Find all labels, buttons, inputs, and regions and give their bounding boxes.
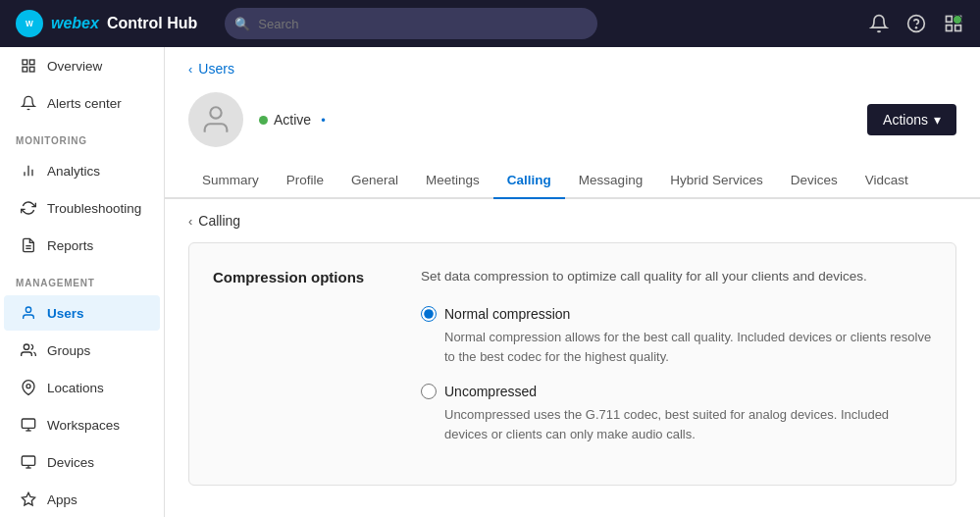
logo-text: webex <box>51 15 99 32</box>
sidebar-item-overview[interactable]: Overview <box>4 48 160 83</box>
avatar <box>188 92 243 147</box>
svg-rect-11 <box>29 67 34 72</box>
user-header: Active • Actions ▾ <box>165 84 980 163</box>
svg-rect-5 <box>955 17 961 23</box>
users-icon <box>20 304 37 322</box>
sidebar-label-apps: Apps <box>47 492 77 507</box>
actions-button-label: Actions <box>883 112 928 128</box>
analytics-icon <box>20 162 37 180</box>
main-layout: Overview Alerts center MONITORING Analyt… <box>0 47 980 517</box>
tab-messaging[interactable]: Messaging <box>565 163 656 199</box>
sidebar-item-devices[interactable]: Devices <box>4 444 160 480</box>
sidebar-item-alerts[interactable]: Alerts center <box>4 85 160 121</box>
compression-description: Set data compression to optimize call qu… <box>421 267 932 286</box>
radio-desc-normal: Normal compression allows for the best c… <box>444 328 932 366</box>
svg-rect-23 <box>22 456 34 465</box>
sub-breadcrumb[interactable]: ‹ Calling <box>165 199 980 238</box>
sidebar-label-users: Users <box>47 306 84 321</box>
status-text: Active <box>274 112 311 128</box>
app-logo: W webex Control Hub <box>16 10 197 37</box>
tab-summary[interactable]: Summary <box>188 163 273 199</box>
sidebar-item-workspaces[interactable]: Workspaces <box>4 407 160 442</box>
main-content: ‹ Users Active • Actions ▾ <box>165 47 980 517</box>
sidebar-label-reports: Reports <box>47 238 93 253</box>
radio-desc-uncompressed: Uncompressed uses the G.711 codec, best … <box>444 405 932 443</box>
overview-icon <box>20 57 37 75</box>
tab-meetings[interactable]: Meetings <box>412 163 493 199</box>
svg-rect-6 <box>947 26 953 31</box>
radio-option-normal: Normal compression Normal compression al… <box>421 306 932 366</box>
status-edit-icon[interactable]: • <box>321 113 326 128</box>
breadcrumb-arrow-icon: ‹ <box>188 62 192 77</box>
svg-point-18 <box>24 344 28 349</box>
sidebar-label-analytics: Analytics <box>47 164 100 179</box>
svg-rect-4 <box>947 17 953 23</box>
top-navigation: W webex Control Hub 🔍 <box>0 0 980 47</box>
tab-hybrid-services[interactable]: Hybrid Services <box>656 163 777 199</box>
tab-calling[interactable]: Calling <box>493 163 565 199</box>
sidebar-item-apps[interactable]: Apps <box>4 482 160 517</box>
sidebar-label-devices: Devices <box>47 455 94 470</box>
actions-chevron-icon: ▾ <box>934 112 941 128</box>
radio-normal[interactable] <box>421 306 437 322</box>
sidebar-item-troubleshooting[interactable]: Troubleshooting <box>4 190 160 226</box>
apps-icon[interactable] <box>943 13 964 34</box>
search-input[interactable] <box>225 8 597 39</box>
radio-option-uncompressed: Uncompressed Uncompressed uses the G.711… <box>421 384 932 443</box>
radio-uncompressed[interactable] <box>421 384 437 399</box>
sidebar-item-users[interactable]: Users <box>4 295 160 331</box>
sidebar-item-locations[interactable]: Locations <box>4 370 160 405</box>
locations-icon <box>20 379 37 396</box>
sidebar-item-analytics[interactable]: Analytics <box>4 153 160 188</box>
breadcrumb-parent-label: Users <box>198 61 234 77</box>
webex-logo-icon: W <box>16 10 43 37</box>
radio-label-normal: Normal compression <box>444 306 570 322</box>
tab-general[interactable]: General <box>337 163 412 199</box>
tab-bar: Summary Profile General Meetings Calling… <box>165 163 980 199</box>
svg-rect-7 <box>955 26 961 31</box>
user-status: Active • <box>259 112 326 128</box>
radio-label-uncompressed: Uncompressed <box>444 384 537 399</box>
sidebar-item-groups[interactable]: Groups <box>4 333 160 368</box>
svg-marker-26 <box>22 492 34 505</box>
alerts-icon <box>20 94 37 112</box>
radio-row-normal: Normal compression <box>421 306 932 322</box>
topnav-actions <box>868 13 964 34</box>
sidebar-label-alerts: Alerts center <box>47 96 122 111</box>
sidebar-label-overview: Overview <box>47 59 102 74</box>
svg-rect-9 <box>29 60 34 65</box>
workspaces-icon <box>20 416 37 434</box>
sidebar: Overview Alerts center MONITORING Analyt… <box>0 47 165 517</box>
svg-point-17 <box>26 307 30 312</box>
breadcrumb[interactable]: ‹ Users <box>165 47 980 84</box>
sidebar-item-reports[interactable]: Reports <box>4 228 160 263</box>
svg-rect-20 <box>22 419 34 428</box>
status-indicator <box>259 116 268 125</box>
tab-devices[interactable]: Devices <box>777 163 851 199</box>
compression-content: Set data compression to optimize call qu… <box>421 267 932 461</box>
svg-point-19 <box>26 385 30 388</box>
sidebar-label-groups: Groups <box>47 343 90 358</box>
svg-point-27 <box>210 107 221 118</box>
groups-icon <box>20 341 37 359</box>
sidebar-label-workspaces: Workspaces <box>47 418 120 433</box>
help-icon[interactable] <box>905 13 927 34</box>
management-section-label: MANAGEMENT <box>0 264 164 294</box>
tab-vidcast[interactable]: Vidcast <box>851 163 922 199</box>
compression-title: Compression options <box>213 267 389 461</box>
reports-icon <box>20 236 37 254</box>
search-container: 🔍 <box>225 8 597 39</box>
notifications-icon[interactable] <box>868 13 890 34</box>
sub-breadcrumb-arrow-icon: ‹ <box>188 214 192 229</box>
monitoring-section-label: MONITORING <box>0 122 164 152</box>
actions-button[interactable]: Actions ▾ <box>867 104 956 135</box>
radio-row-uncompressed: Uncompressed <box>421 384 932 399</box>
tab-profile[interactable]: Profile <box>273 163 337 199</box>
compression-layout: Compression options Set data compression… <box>213 267 932 461</box>
sidebar-label-troubleshooting: Troubleshooting <box>47 201 141 216</box>
apps-sidebar-icon <box>20 491 37 508</box>
sub-breadcrumb-label: Calling <box>198 213 240 229</box>
svg-rect-10 <box>23 67 27 72</box>
user-avatar-area: Active • <box>188 92 326 147</box>
troubleshooting-icon <box>20 199 37 217</box>
